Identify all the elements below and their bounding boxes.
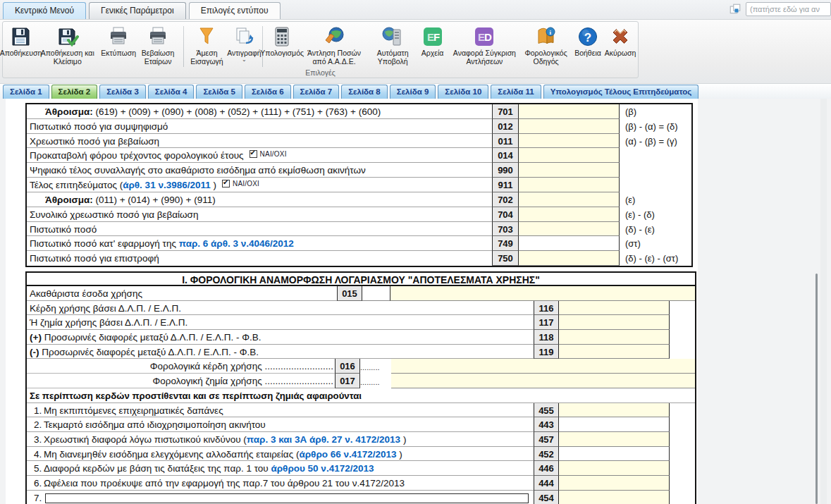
amount-input-701[interactable] [519, 104, 620, 119]
note-formula: (β) [620, 104, 691, 119]
spacer [670, 345, 695, 359]
vertical-scrollbar-thumb[interactable] [815, 273, 818, 504]
law-link[interactable]: άρθ. 31 ν.3986/2011 [123, 180, 211, 190]
ed-badge-icon: ED [473, 25, 495, 48]
checkbox-label: ΝΑΙ/ΟΧΙ [233, 180, 259, 188]
field-code: 017 [335, 374, 360, 388]
tab-page-5[interactable]: Σελίδα 5 [196, 85, 242, 99]
subsection-header: Σε περίπτωση κερδών προστίθενται και σε … [27, 388, 695, 403]
table-row-011: Χρεωστικό ποσό για βεβαίωση 011 (α) - (β… [27, 134, 691, 149]
table-row-116: Κέρδη χρήσης βάσει Δ.Λ.Π. / Ε.Λ.Π. 116 [27, 301, 695, 316]
amount-input-443[interactable] [559, 417, 670, 432]
save-button[interactable]: Αποθήκευση [4, 23, 37, 59]
print-button[interactable]: Εκτύπωση [102, 23, 135, 59]
tab-business-levy-calc[interactable]: Υπολογισμός Τέλους Επιτηδεύματος [543, 85, 699, 99]
amount-input-454[interactable] [559, 491, 670, 504]
amount-input-015[interactable] [390, 286, 695, 301]
auto-submit-button[interactable]: Αυτόματη Υποβολή [369, 23, 417, 68]
button-label: Βοήθεια [574, 49, 601, 58]
row-label: (-) Προσωρινές διαφορές μεταξύ Δ.Λ.Π. / … [27, 345, 534, 359]
yes-no-checkbox[interactable] [250, 150, 257, 158]
vertical-scrollbar-track[interactable] [820, 99, 827, 504]
partner-certificate-print-button[interactable]: Βεβαίωση Εταίρων [135, 23, 181, 68]
toolbar-separator [262, 26, 263, 67]
direct-import-button[interactable]: Άμεση Εισαγωγή [186, 23, 228, 68]
files-button[interactable]: EF Αρχεία [417, 23, 449, 59]
amount-input-457[interactable] [559, 432, 670, 447]
amount-input-704[interactable] [519, 207, 620, 222]
row-label: 2.Τεκμαρτό εισόδημα από ιδιοχρησιμοποίησ… [27, 417, 534, 432]
tab-page-1[interactable]: Σελίδα 1 [3, 85, 49, 99]
tab-page-10[interactable]: Σελίδα 10 [438, 85, 488, 99]
tab-page-11[interactable]: Σελίδα 11 [491, 85, 541, 99]
custom-description-input[interactable] [45, 493, 529, 504]
fetch-comparison-report-button[interactable]: ED Αναφορά Σύγκριση Αντλήσεων [449, 23, 521, 68]
tab-form-options[interactable]: Επιλογές εντύπου [189, 2, 281, 20]
table-row-015: Ακαθάριστα έσοδα χρήσης 015 [27, 286, 695, 301]
amount-input-446[interactable] [559, 461, 670, 476]
amount-input-444[interactable] [559, 476, 670, 491]
tab-page-7[interactable]: Σελίδα 7 [293, 85, 340, 99]
save-and-close-button[interactable]: Αποθήκευση και Κλείσιμο [37, 23, 98, 68]
field-code: 452 [534, 447, 559, 462]
field-code: 702 [492, 192, 519, 207]
spacer [670, 403, 695, 418]
amount-input-749[interactable] [519, 236, 620, 251]
row-label: Ψηφιακό τέλος συναλλαγής στο ακαθάριστο … [27, 163, 492, 178]
spacer [670, 330, 695, 345]
amount-input-703[interactable] [519, 222, 620, 237]
note-formula: (δ) - (ε) - (στ) [620, 251, 691, 266]
fetch-amounts-aade-button[interactable]: Άντληση Ποσών από Α.Α.Δ.Ε. [299, 23, 369, 68]
law-link[interactable]: άρθρου 50 ν.4172/2013 [271, 463, 374, 474]
tab-page-3[interactable]: Σελίδα 3 [99, 85, 146, 99]
tab-page-9[interactable]: Σελίδα 9 [390, 85, 436, 99]
amount-input-012[interactable] [519, 119, 620, 134]
amount-input-011[interactable] [519, 134, 620, 149]
tab-main-menu[interactable]: Κεντρικό Μενού [3, 2, 86, 19]
amount-input-452[interactable] [559, 447, 670, 462]
field-code: 455 [534, 403, 559, 418]
window-layout-icon[interactable] [729, 3, 741, 16]
ribbon-group-options: Αποθήκευση Αποθήκευση και Κλείσιμο Εκτύπ… [2, 21, 639, 78]
amount-input-116[interactable] [559, 301, 670, 316]
amount-input-017[interactable] [391, 374, 695, 388]
chevron-down-icon[interactable]: ⌄ [242, 58, 247, 61]
table-row-990: Ψηφιακό τέλος συναλλαγής στο ακαθάριστο … [27, 163, 691, 178]
amount-input-118[interactable] [559, 330, 670, 345]
tab-page-2[interactable]: Σελίδα 2 [51, 85, 98, 99]
tab-general-params[interactable]: Γενικές Παράμετροι [89, 2, 186, 19]
yes-no-checkbox[interactable] [222, 180, 230, 188]
form-area: Άθροισμα: (619) + (009) + (090) + (008) … [0, 99, 831, 504]
checkbox-label: ΝΑΙ/ΟΧΙ [260, 150, 287, 158]
amount-input-702[interactable] [519, 192, 620, 207]
tab-page-4[interactable]: Σελίδα 4 [148, 85, 195, 99]
calculate-button[interactable]: Υπολογισμός [265, 23, 299, 59]
search-input[interactable] [746, 2, 831, 16]
calculator-icon [271, 25, 293, 48]
field-code: 703 [492, 222, 519, 237]
page-tab-bar: Σελίδα 1 Σελίδα 2 Σελίδα 3 Σελίδα 4 Σελί… [0, 83, 831, 99]
amount-input-455[interactable] [559, 403, 670, 418]
row-label: 7. [27, 491, 534, 504]
row-label: Ακαθάριστα έσοδα χρήσης [27, 286, 337, 301]
law-link[interactable]: άρθρο 66 ν.4172/2013 [299, 449, 396, 460]
spacer [670, 417, 695, 432]
amount-input-014[interactable] [519, 148, 620, 163]
button-label: Αποθήκευση [0, 49, 42, 58]
law-link[interactable]: παρ. 6 άρθ. 3 ν.4046/2012 [179, 238, 294, 249]
amount-input-119[interactable] [559, 345, 670, 359]
amount-input-117[interactable] [559, 315, 670, 330]
note-formula: (ε) [620, 192, 691, 207]
cancel-button[interactable]: Ακύρωση [604, 23, 636, 59]
tax-guide-button[interactable]: i Φορολογικός Οδηγός [520, 23, 572, 68]
copy-button[interactable]: Αντιγραφή ⌄ [228, 23, 260, 63]
law-link[interactable]: παρ. 3 και 3Α άρθ. 27 ν. 4172/2013 [247, 434, 400, 445]
amount-input-750[interactable] [519, 251, 620, 266]
help-button[interactable]: ? Βοήθεια [572, 23, 604, 59]
amount-input-016[interactable] [391, 359, 695, 374]
tab-page-6[interactable]: Σελίδα 6 [245, 85, 291, 99]
amount-input-911[interactable] [519, 178, 620, 192]
tab-page-8[interactable]: Σελίδα 8 [341, 85, 388, 99]
row-label: Φορολογικά κέρδη χρήσης ................… [27, 359, 335, 374]
amount-input-990[interactable] [519, 163, 620, 178]
